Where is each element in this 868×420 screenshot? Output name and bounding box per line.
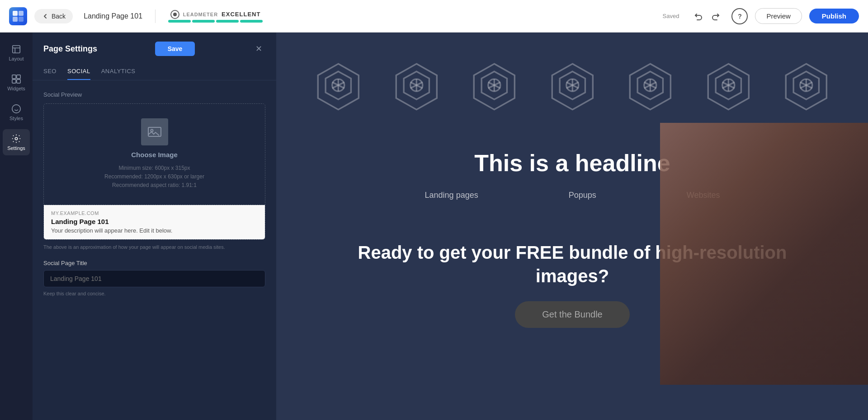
tab-social[interactable]: SOCIAL bbox=[67, 63, 90, 80]
app-logo bbox=[9, 7, 27, 25]
svg-rect-6 bbox=[17, 75, 20, 79]
social-preview-title: Landing Page 101 bbox=[51, 218, 258, 225]
svg-point-11 bbox=[151, 130, 153, 132]
svg-rect-2 bbox=[13, 17, 18, 22]
leadmeter-seg-4 bbox=[240, 20, 263, 23]
hex-icon-2 bbox=[391, 60, 442, 114]
panel-close-button[interactable]: ✕ bbox=[253, 42, 265, 55]
leadmeter: LEADMETER EXCELLENT bbox=[168, 10, 263, 23]
tab-analytics[interactable]: ANALYTICS bbox=[101, 63, 136, 80]
top-bar: Back Landing Page 101 LEADMETER EXCELLEN… bbox=[0, 0, 868, 33]
svg-rect-8 bbox=[17, 79, 20, 83]
social-page-title-input[interactable] bbox=[43, 270, 265, 287]
sidebar-settings-label: Settings bbox=[7, 145, 25, 151]
sub-link-landing: Landing pages bbox=[425, 191, 478, 200]
social-page-title-section: Social Page Title Keep this clear and co… bbox=[43, 260, 265, 296]
leadmeter-seg-1 bbox=[168, 20, 191, 23]
tab-seo[interactable]: SEO bbox=[43, 63, 57, 80]
social-preview-info: MY.EXAMPLE.COM Landing Page 101 Your des… bbox=[44, 205, 265, 239]
leadmeter-bar bbox=[168, 20, 263, 23]
sub-link-popups: Popups bbox=[569, 191, 596, 200]
tabs: SEO SOCIAL ANALYTICS bbox=[33, 63, 276, 80]
svg-rect-1 bbox=[19, 11, 24, 16]
undo-redo-group bbox=[690, 8, 724, 24]
image-hint: Minimum size: 600px x 315px Recommended:… bbox=[104, 164, 204, 190]
image-placeholder bbox=[141, 118, 168, 145]
social-preview-section: Social Preview Choose Image Minim bbox=[43, 91, 265, 251]
canvas-content: This is a headline Landing pages Popups … bbox=[277, 33, 868, 420]
panel-title: Page Settings bbox=[43, 44, 97, 54]
svg-rect-0 bbox=[13, 11, 18, 16]
help-button[interactable]: ? bbox=[731, 8, 748, 24]
leadmeter-seg-3 bbox=[216, 20, 239, 23]
sidebar-layout-label: Layout bbox=[9, 56, 24, 61]
hex-icon-4 bbox=[547, 60, 598, 114]
svg-rect-5 bbox=[12, 75, 16, 79]
panel-header: Page Settings Save ✕ bbox=[33, 33, 276, 63]
social-preview-description: Your description will appear here. Edit … bbox=[51, 227, 258, 234]
hex-icon-6 bbox=[703, 60, 754, 114]
redo-button[interactable] bbox=[708, 8, 724, 24]
saved-label: Saved bbox=[663, 13, 679, 19]
social-preview-label: Social Preview bbox=[43, 91, 265, 98]
publish-label: Publish bbox=[822, 12, 846, 20]
icons-row bbox=[277, 33, 868, 132]
sidebar-item-layout[interactable]: Layout bbox=[3, 40, 30, 66]
social-page-title-hint: Keep this clear and concise. bbox=[43, 291, 265, 296]
hex-icon-7 bbox=[781, 60, 832, 114]
sidebar-styles-label: Styles bbox=[9, 116, 23, 121]
back-label: Back bbox=[52, 13, 66, 20]
svg-rect-4 bbox=[13, 46, 20, 53]
leadmeter-label: LEADMETER bbox=[183, 12, 218, 17]
social-preview-container: Choose Image Minimum size: 600px x 315px… bbox=[43, 103, 265, 240]
cta-button[interactable]: Get the Bundle bbox=[515, 301, 629, 328]
sidebar-item-settings[interactable]: Settings bbox=[3, 129, 30, 155]
social-preview-image-area[interactable]: Choose Image Minimum size: 600px x 315px… bbox=[44, 104, 265, 205]
page-title: Landing Page 101 bbox=[84, 12, 142, 20]
settings-panel: Page Settings Save ✕ SEO SOCIAL ANALYTIC… bbox=[33, 33, 277, 420]
sidebar-widgets-label: Widgets bbox=[7, 86, 25, 91]
preview-note: The above is an approximation of how you… bbox=[43, 243, 265, 251]
hex-icon-3 bbox=[469, 60, 520, 114]
main-layout: Layout Widgets Styles Setting bbox=[0, 33, 868, 420]
back-button[interactable]: Back bbox=[34, 9, 73, 23]
hex-icon-5 bbox=[625, 60, 676, 114]
canvas-area: This is a headline Landing pages Popups … bbox=[277, 33, 868, 420]
sidebar-item-styles[interactable]: Styles bbox=[3, 99, 30, 126]
preview-button[interactable]: Preview bbox=[755, 8, 802, 24]
svg-rect-3 bbox=[19, 17, 24, 22]
leadmeter-seg-2 bbox=[192, 20, 215, 23]
panel-save-button[interactable]: Save bbox=[155, 42, 195, 56]
social-page-title-label: Social Page Title bbox=[43, 260, 265, 266]
choose-image-label: Choose Image bbox=[131, 151, 178, 159]
svg-point-9 bbox=[15, 137, 18, 140]
leadmeter-target-icon bbox=[170, 10, 179, 19]
divider bbox=[155, 9, 156, 23]
canvas-photo-overlay bbox=[660, 123, 868, 385]
page-preview: This is a headline Landing pages Popups … bbox=[277, 33, 868, 420]
hex-icon-1 bbox=[313, 60, 364, 114]
social-domain: MY.EXAMPLE.COM bbox=[51, 210, 258, 216]
sidebar-item-widgets[interactable]: Widgets bbox=[3, 70, 30, 96]
leadmeter-value: EXCELLENT bbox=[222, 11, 260, 18]
preview-label: Preview bbox=[766, 12, 790, 20]
panel-content: Social Preview Choose Image Minim bbox=[33, 80, 276, 307]
undo-button[interactable] bbox=[690, 8, 706, 24]
publish-button[interactable]: Publish bbox=[809, 9, 859, 23]
svg-rect-7 bbox=[12, 79, 16, 83]
left-sidebar: Layout Widgets Styles Setting bbox=[0, 33, 33, 420]
